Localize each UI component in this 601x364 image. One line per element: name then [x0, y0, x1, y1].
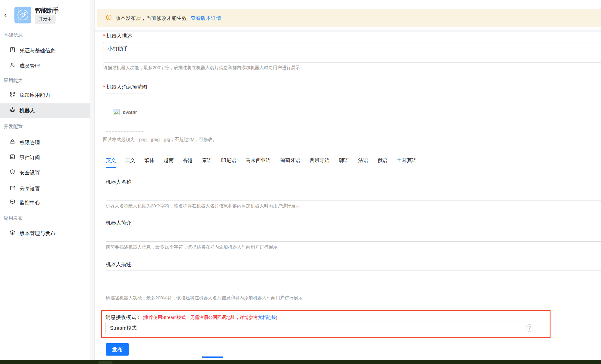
- sidebar-item-label: 分享设置: [20, 185, 40, 192]
- rss-icon: [10, 154, 15, 161]
- publish-button[interactable]: 发布: [106, 343, 129, 356]
- main-content: 版本发布后，当前修改才能生效 查看版本详情 机器人描述 小钉助手 请描述机器人功…: [95, 0, 601, 360]
- app-title: 智能助手: [35, 7, 59, 15]
- info-icon: [106, 14, 112, 22]
- banner-text: 版本发布后，当前修改才能生效: [115, 15, 187, 22]
- receive-mode-note-suffix: ): [276, 315, 277, 320]
- receive-mode-note: (推荐使用Stream模式，无需注册公网回调地址，详情参考: [143, 315, 258, 320]
- language-tabs: 英文 日文 繁体 越南 香港 泰语 印尼语 马来西亚语 葡萄牙语 西班牙语 韩语…: [106, 157, 417, 168]
- tab-hongkong[interactable]: 香港: [183, 157, 193, 168]
- member-icon: [10, 62, 15, 69]
- receive-mode-select[interactable]: Stream模式 ?: [105, 322, 537, 334]
- sidebar-item-label: 机器人: [20, 107, 35, 114]
- back-chevron-icon[interactable]: ‹: [4, 11, 7, 19]
- avatar-alt-text: avatar: [123, 109, 137, 115]
- help-question-icon[interactable]: ?: [526, 324, 533, 332]
- sidebar-item-label: 成员管理: [20, 63, 40, 69]
- bot-description-input[interactable]: 小钉助手: [103, 42, 601, 63]
- sidebar-item-share[interactable]: 分享设置: [0, 182, 90, 196]
- sidebar-item-label: 安全设置: [20, 169, 40, 176]
- receive-mode-highlight-box: 消息接收模式： (推荐使用Stream模式，无需注册公网回调地址，详情参考文档链…: [101, 310, 551, 338]
- shield-check-icon: [10, 169, 15, 176]
- monitor-icon: [10, 199, 15, 206]
- bot-config-page: ‹ 智能助手 开发中 基础信息 凭证与基础信息: [0, 0, 601, 364]
- tab-portuguese[interactable]: 葡萄牙语: [280, 157, 300, 168]
- tab-korean[interactable]: 韩语: [339, 157, 349, 168]
- bot-name-input[interactable]: [106, 188, 601, 200]
- tab-french[interactable]: 法语: [358, 157, 368, 168]
- sidebar-item-label: 添加应用能力: [20, 92, 50, 99]
- bot-brief-input[interactable]: [106, 229, 601, 242]
- sidebar-item-label: 凭证与基础信息: [20, 47, 55, 54]
- sidebar-item-members[interactable]: 成员管理: [0, 59, 90, 73]
- doc-link[interactable]: 文档链接: [258, 315, 276, 320]
- section-basic-info: 基础信息: [4, 32, 23, 38]
- receive-mode-label: 消息接收模式：: [105, 314, 141, 320]
- message-preview-label: 机器人消息预览图: [103, 84, 147, 90]
- avatar-upload-box[interactable]: avatar: [106, 93, 144, 132]
- sidebar-header: ‹ 智能助手 开发中: [0, 0, 90, 27]
- tab-malay[interactable]: 马来西亚语: [246, 157, 271, 168]
- sidebar-item-label: 监控中心: [20, 199, 40, 206]
- sidebar-scrollbar[interactable]: [90, 0, 95, 360]
- lock-icon: [10, 139, 15, 146]
- sidebar-item-label: 权限管理: [20, 139, 40, 146]
- tab-english[interactable]: 英文: [106, 157, 116, 168]
- bot-name-label: 机器人名称: [106, 179, 131, 185]
- bot-brief-helper: 请简要描述机器人信息，最多10个字符，该描述将在群内添加机器人时向用户进行展示: [106, 244, 278, 250]
- credential-icon: [10, 47, 15, 54]
- bottom-bar: [0, 360, 601, 364]
- broken-image-icon: [113, 109, 120, 116]
- receive-mode-label-row: 消息接收模式： (推荐使用Stream模式，无需注册公网回调地址，详情参考文档链…: [105, 314, 277, 321]
- sidebar-item-event-subscription[interactable]: 事件订阅: [0, 150, 90, 165]
- tab-indonesian[interactable]: 印尼语: [221, 157, 236, 168]
- sidebar-item-add-capability[interactable]: 添加应用能力: [0, 88, 90, 102]
- tab-spanish[interactable]: 西班牙语: [310, 157, 330, 168]
- tab-vietnamese[interactable]: 越南: [163, 157, 174, 168]
- tab-thai[interactable]: 泰语: [202, 157, 212, 168]
- sidebar: ‹ 智能助手 开发中 基础信息 凭证与基础信息: [0, 0, 90, 360]
- tab-traditional[interactable]: 繁体: [144, 157, 154, 168]
- sidebar-item-version-release[interactable]: 版本管理与发布: [0, 226, 90, 240]
- section-app-release: 应用发布: [4, 215, 23, 222]
- bot-description-label: 机器人描述: [103, 32, 132, 39]
- content-divider: [95, 30, 601, 32]
- bot-desc-en-input[interactable]: [106, 271, 601, 290]
- receive-mode-value: Stream模式: [110, 325, 137, 332]
- app-status-badge: 开发中: [35, 15, 56, 24]
- tab-japanese[interactable]: 日文: [125, 157, 135, 168]
- sidebar-item-robot[interactable]: 机器人: [0, 103, 90, 118]
- tab-turkish[interactable]: 土耳其语: [397, 157, 417, 168]
- sidebar-item-security[interactable]: 安全设置: [0, 165, 90, 180]
- sidebar-item-monitor[interactable]: 监控中心: [0, 195, 90, 210]
- version-banner: 版本发布后，当前修改才能生效 查看版本详情: [97, 9, 601, 27]
- section-dev-config: 开发配置: [4, 124, 23, 130]
- cutoff-tab-underline: [202, 356, 223, 358]
- bot-desc-en-label: 机器人描述: [106, 261, 131, 268]
- section-app-capability: 应用能力: [4, 78, 23, 84]
- sidebar-item-credentials[interactable]: 凭证与基础信息: [0, 43, 90, 58]
- app-logo: [14, 7, 31, 23]
- sidebar-item-label: 事件订阅: [20, 154, 40, 161]
- layers-icon: [10, 230, 15, 237]
- sidebar-item-permissions[interactable]: 权限管理: [0, 135, 90, 150]
- share-icon: [10, 185, 15, 192]
- preview-helper: 图片格式必须为：png、jpeg、jpg，不超过2M，可修改。: [103, 137, 217, 142]
- view-version-link[interactable]: 查看版本详情: [191, 15, 221, 22]
- sidebar-item-label: 版本管理与发布: [20, 230, 55, 237]
- add-capability-icon: [10, 91, 15, 99]
- bottom-bar-tab: [99, 361, 112, 364]
- robot-icon: [10, 107, 15, 114]
- bot-name-helper: 机器人名称最大长度为20个字符，该名称将在机器人名片信息和群内添加机器人时向用户…: [106, 203, 300, 209]
- bot-brief-label: 机器人简介: [106, 219, 131, 226]
- tab-russian[interactable]: 俄语: [377, 157, 388, 168]
- bot-desc-en-helper: 请描述机器人功能，最多200字符，该描述将在机器人名片信息和群内添加机器人时向用…: [106, 295, 303, 301]
- bot-description-helper: 请描述机器人功能，最多200字符，该描述将在机器人名片信息和群内添加机器人时向用…: [103, 65, 300, 71]
